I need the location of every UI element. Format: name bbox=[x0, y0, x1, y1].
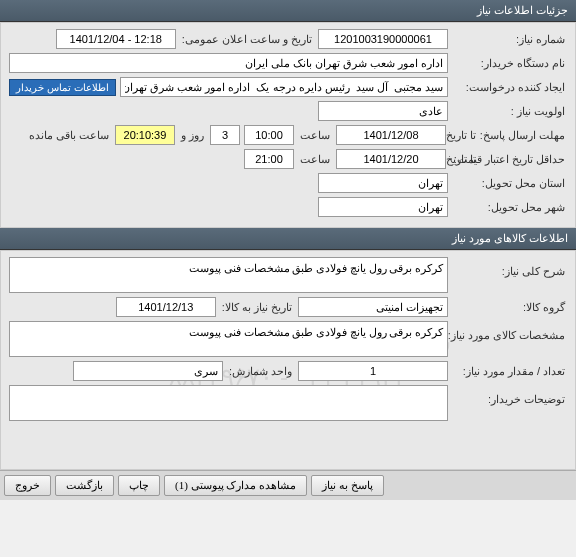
qty-label: تعداد / مقدار مورد نیاز: bbox=[452, 365, 567, 378]
province-field[interactable] bbox=[318, 173, 448, 193]
priority-label: اولویت نیاز : bbox=[452, 105, 567, 118]
qty-field[interactable] bbox=[298, 361, 448, 381]
buyer-field[interactable] bbox=[9, 53, 448, 73]
unit-field[interactable] bbox=[73, 361, 223, 381]
deadline-time-field[interactable] bbox=[244, 125, 294, 145]
exit-button[interactable]: خروج bbox=[4, 475, 51, 496]
spec-field[interactable] bbox=[9, 321, 448, 357]
respond-button[interactable]: پاسخ به نیاز bbox=[311, 475, 384, 496]
goods-info-header: اطلاعات کالاهای مورد نیاز bbox=[0, 228, 576, 250]
deadline-date-field[interactable] bbox=[336, 125, 446, 145]
validity-date-field[interactable] bbox=[336, 149, 446, 169]
remain-suffix-label: ساعت باقی مانده bbox=[27, 129, 111, 142]
unit-label: واحد شمارش: bbox=[227, 365, 294, 378]
time-label-1: ساعت bbox=[298, 129, 332, 142]
need-info-panel: شماره نیاز: تاریخ و ساعت اعلان عمومی: نا… bbox=[0, 22, 576, 228]
buyer-label: نام دستگاه خریدار: bbox=[452, 57, 567, 70]
buyer-notes-label: توضیحات خریدار: bbox=[452, 385, 567, 406]
need-date-label: تاریخ نیاز به کالا: bbox=[220, 301, 294, 314]
validity-label: حداقل تاریخ اعتبار قیمت: bbox=[482, 153, 567, 166]
bottom-toolbar: پاسخ به نیاز مشاهده مدارک پیوستی (1) چاپ… bbox=[0, 470, 576, 500]
remain-days-field bbox=[210, 125, 240, 145]
validity-time-field[interactable] bbox=[244, 149, 294, 169]
goods-info-panel: سامانه تدارکات الکترونیکی دولت ۰۲۱-۴۱۹۳۴… bbox=[0, 250, 576, 470]
desc-label: شرح کلی نیاز: bbox=[452, 257, 567, 278]
to-date-label-2: تا تاریخ : bbox=[450, 153, 478, 166]
group-label: گروه کالا: bbox=[452, 301, 567, 314]
buyer-notes-field[interactable] bbox=[9, 385, 448, 421]
creator-field[interactable] bbox=[120, 77, 448, 97]
print-button[interactable]: چاپ bbox=[118, 475, 160, 496]
city-label: شهر محل تحویل: bbox=[452, 201, 567, 214]
announce-label: تاریخ و ساعت اعلان عمومی: bbox=[180, 33, 314, 46]
need-info-header: جزئیات اطلاعات نیاز bbox=[0, 0, 576, 22]
need-number-label: شماره نیاز: bbox=[452, 33, 567, 46]
spec-label: مشخصات کالای مورد نیاز: bbox=[452, 321, 567, 342]
group-field[interactable] bbox=[298, 297, 448, 317]
need-date-field[interactable] bbox=[116, 297, 216, 317]
province-label: استان محل تحویل: bbox=[452, 177, 567, 190]
remain-time-field bbox=[115, 125, 175, 145]
back-button[interactable]: بازگشت bbox=[55, 475, 114, 496]
buyer-contact-badge[interactable]: اطلاعات تماس خریدار bbox=[9, 79, 116, 96]
time-label-2: ساعت bbox=[298, 153, 332, 166]
attachments-button[interactable]: مشاهده مدارک پیوستی (1) bbox=[164, 475, 307, 496]
city-field[interactable] bbox=[318, 197, 448, 217]
announce-field[interactable] bbox=[56, 29, 176, 49]
need-number-field[interactable] bbox=[318, 29, 448, 49]
deadline-label: مهلت ارسال پاسخ: bbox=[482, 129, 567, 142]
priority-field[interactable] bbox=[318, 101, 448, 121]
desc-field[interactable] bbox=[9, 257, 448, 293]
to-date-label-1: تا تاریخ : bbox=[450, 129, 478, 142]
days-and-label: روز و bbox=[179, 129, 206, 142]
creator-label: ایجاد کننده درخواست: bbox=[452, 81, 567, 94]
